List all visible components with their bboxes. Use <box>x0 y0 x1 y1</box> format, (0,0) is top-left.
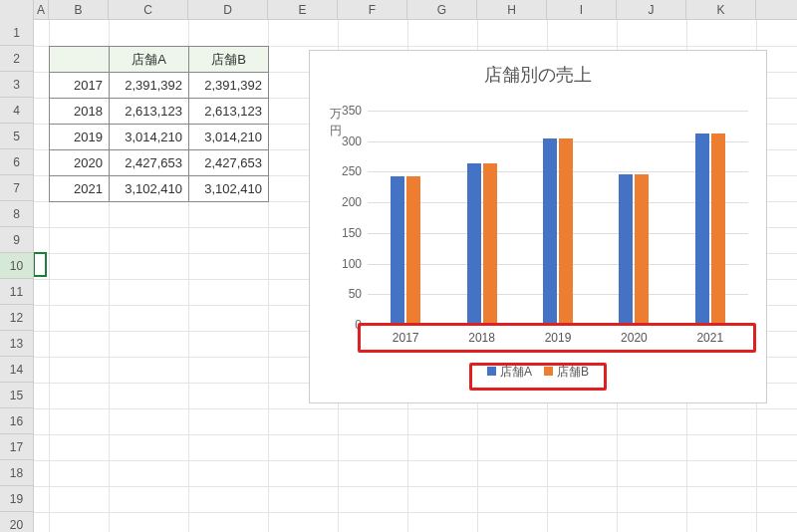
bar-group <box>543 138 573 323</box>
legend-label: 店舗B <box>557 365 589 379</box>
spreadsheet: ABCDEFGHIJK 1234567891011121314151617181… <box>0 0 797 532</box>
bar[interactable] <box>391 176 404 323</box>
table-row[interactable]: 20213,102,4103,102,410 <box>50 176 269 202</box>
row-header-10[interactable]: 10 <box>0 253 33 279</box>
cell-store-b[interactable]: 2,391,392 <box>189 73 269 99</box>
row-header-12[interactable]: 12 <box>0 305 33 331</box>
x-label: 2017 <box>393 331 419 345</box>
row-header-11[interactable]: 11 <box>0 279 33 305</box>
cell-year[interactable]: 2017 <box>50 73 110 99</box>
row-header-1[interactable]: 1 <box>0 20 33 46</box>
x-label: 2021 <box>696 331 723 345</box>
table-row[interactable]: 20172,391,3922,391,392 <box>50 73 269 99</box>
col-header-H[interactable]: H <box>477 0 547 20</box>
legend-swatch-icon <box>544 367 553 376</box>
row-header-7[interactable]: 7 <box>0 175 33 201</box>
row-header-15[interactable]: 15 <box>0 383 33 408</box>
cell-store-a[interactable]: 2,427,653 <box>110 150 189 176</box>
y-tick: 350 <box>328 104 362 118</box>
column-headers: ABCDEFGHIJK <box>0 0 797 20</box>
bar[interactable] <box>619 174 633 323</box>
cell-store-b[interactable]: 3,014,210 <box>189 125 269 150</box>
col-header-F[interactable]: F <box>338 0 407 20</box>
cell-store-b[interactable]: 3,102,410 <box>189 176 269 202</box>
col-header-A[interactable]: A <box>34 0 49 20</box>
bar[interactable] <box>559 138 573 323</box>
cell-year[interactable]: 2019 <box>50 125 110 150</box>
col-header-J[interactable]: J <box>617 0 686 20</box>
col-header-G[interactable]: G <box>407 0 477 20</box>
y-tick: 250 <box>328 164 362 178</box>
col-header-I[interactable]: I <box>547 0 617 20</box>
row-header-17[interactable]: 17 <box>0 434 33 460</box>
bar[interactable] <box>483 163 497 323</box>
plot-area: 0501001502002503003502017201820192020202… <box>368 111 748 323</box>
row-header-5[interactable]: 5 <box>0 124 33 149</box>
cell-store-a[interactable]: 2,613,123 <box>110 99 189 125</box>
row-header-14[interactable]: 14 <box>0 357 33 383</box>
legend-item: 店舗A <box>487 364 532 381</box>
col-header-D[interactable]: D <box>188 0 268 20</box>
table-row[interactable]: 20202,427,6532,427,653 <box>50 150 269 176</box>
legend-swatch-icon <box>487 367 496 376</box>
table-header[interactable] <box>50 47 110 73</box>
bar-group <box>467 163 497 323</box>
table-row[interactable]: 20193,014,2103,014,210 <box>50 125 269 150</box>
row-header-4[interactable]: 4 <box>0 98 33 124</box>
row-header-20[interactable]: 20 <box>0 512 33 532</box>
bar-group <box>619 174 649 323</box>
row-headers: 1234567891011121314151617181920 <box>0 20 34 532</box>
y-tick: 100 <box>328 257 362 271</box>
y-tick: 200 <box>328 195 362 209</box>
table-header[interactable]: 店舗B <box>189 47 269 73</box>
cell-store-a[interactable]: 3,014,210 <box>110 125 189 150</box>
cell-year[interactable]: 2021 <box>50 176 110 202</box>
row-header-18[interactable]: 18 <box>0 460 33 486</box>
y-tick: 50 <box>328 287 362 301</box>
bar[interactable] <box>695 133 709 323</box>
row-header-16[interactable]: 16 <box>0 408 33 434</box>
chart-title: 店舗別の売上 <box>310 51 766 93</box>
bar[interactable] <box>467 163 481 323</box>
x-label: 2020 <box>621 331 648 345</box>
col-header-C[interactable]: C <box>109 0 188 20</box>
bar-group <box>391 176 420 323</box>
chart[interactable]: 店舗別の売上万 円0501001502002503003502017201820… <box>309 50 767 403</box>
cell-store-a[interactable]: 3,102,410 <box>110 176 189 202</box>
row-header-9[interactable]: 9 <box>0 227 33 253</box>
data-table[interactable]: 店舗A店舗B20172,391,3922,391,39220182,613,12… <box>49 46 269 202</box>
cell-store-a[interactable]: 2,391,392 <box>110 73 189 99</box>
table-row[interactable]: 20182,613,1232,613,123 <box>50 99 269 125</box>
col-header-K[interactable]: K <box>686 0 756 20</box>
row-header-3[interactable]: 3 <box>0 72 33 98</box>
cell-store-b[interactable]: 2,427,653 <box>189 150 269 176</box>
cells-area[interactable]: 店舗A店舗B20172,391,3922,391,39220182,613,12… <box>34 20 797 532</box>
legend-label: 店舗A <box>500 365 532 379</box>
bar[interactable] <box>711 133 725 323</box>
bar[interactable] <box>406 176 420 323</box>
cell-store-b[interactable]: 2,613,123 <box>189 99 269 125</box>
row-header-2[interactable]: 2 <box>0 46 33 72</box>
cell-year[interactable]: 2020 <box>50 150 110 176</box>
row-header-13[interactable]: 13 <box>0 331 33 357</box>
x-label: 2018 <box>468 331 495 345</box>
table-header[interactable]: 店舗A <box>110 47 189 73</box>
bar-group <box>695 133 725 323</box>
col-header-E[interactable]: E <box>268 0 338 20</box>
row-header-19[interactable]: 19 <box>0 486 33 512</box>
y-tick: 300 <box>328 134 362 148</box>
select-all-corner[interactable] <box>0 0 34 20</box>
legend: 店舗A店舗B <box>477 360 599 385</box>
legend-item: 店舗B <box>544 364 589 381</box>
bar[interactable] <box>543 138 557 323</box>
col-header-B[interactable]: B <box>49 0 109 20</box>
bar[interactable] <box>635 174 649 323</box>
row-header-6[interactable]: 6 <box>0 149 33 175</box>
row-header-8[interactable]: 8 <box>0 201 33 227</box>
x-label: 2019 <box>545 331 572 345</box>
active-cell <box>33 252 47 277</box>
y-tick: 0 <box>328 318 362 332</box>
cell-year[interactable]: 2018 <box>50 99 110 125</box>
y-tick: 150 <box>328 226 362 240</box>
